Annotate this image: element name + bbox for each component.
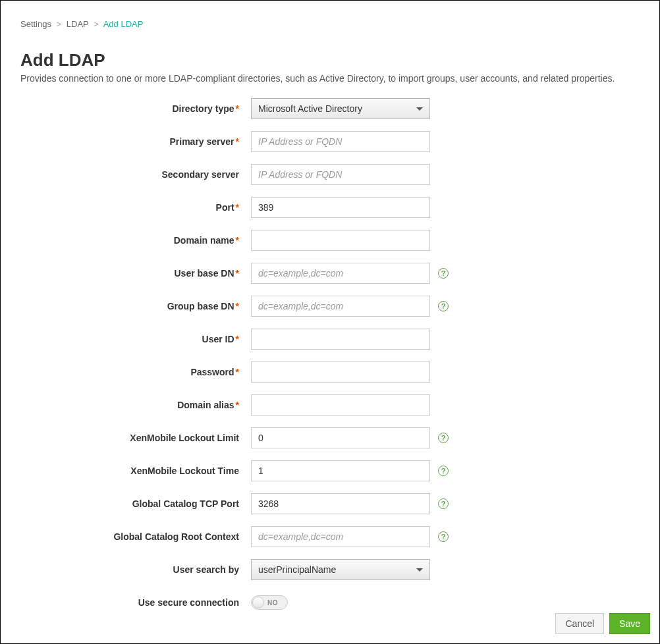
breadcrumb-add-ldap: Add LDAP bbox=[103, 19, 144, 29]
row-port: Port* bbox=[20, 197, 640, 218]
add-ldap-window: Settings > LDAP > Add LDAP Add LDAP Prov… bbox=[0, 0, 660, 644]
ldap-form: Directory type* Microsoft Active Directo… bbox=[20, 98, 640, 613]
save-button[interactable]: Save bbox=[609, 613, 650, 634]
secondary-server-input[interactable] bbox=[251, 164, 430, 185]
help-icon[interactable]: ? bbox=[438, 498, 449, 509]
label-directory-type: Directory type* bbox=[20, 103, 251, 114]
label-port: Port* bbox=[20, 202, 251, 213]
row-directory-type: Directory type* Microsoft Active Directo… bbox=[20, 98, 640, 119]
row-lockout-time: XenMobile Lockout Time ? bbox=[20, 460, 640, 481]
row-secondary-server: Secondary server bbox=[20, 164, 640, 185]
lockout-limit-input[interactable] bbox=[251, 427, 430, 448]
help-icon[interactable]: ? bbox=[438, 433, 449, 443]
row-lockout-limit: XenMobile Lockout Limit ? bbox=[20, 427, 640, 448]
label-user-search-by: User search by bbox=[20, 564, 251, 575]
user-id-input[interactable] bbox=[251, 329, 430, 350]
domain-name-input[interactable] bbox=[251, 230, 430, 251]
breadcrumb: Settings > LDAP > Add LDAP bbox=[20, 19, 640, 29]
page-title: Add LDAP bbox=[20, 50, 640, 70]
primary-server-input[interactable] bbox=[251, 131, 430, 152]
password-input[interactable] bbox=[251, 362, 430, 383]
user-base-dn-input[interactable] bbox=[251, 263, 430, 284]
domain-alias-input[interactable] bbox=[251, 394, 430, 416]
label-primary-server: Primary server* bbox=[20, 136, 251, 147]
row-user-id: User ID* bbox=[20, 329, 640, 350]
label-domain-alias: Domain alias* bbox=[20, 400, 251, 410]
label-domain-name: Domain name* bbox=[20, 235, 251, 246]
help-icon[interactable]: ? bbox=[438, 301, 449, 311]
row-domain-name: Domain name* bbox=[20, 230, 640, 251]
breadcrumb-sep: > bbox=[57, 19, 62, 29]
row-password: Password* bbox=[20, 362, 640, 383]
row-domain-alias: Domain alias* bbox=[20, 394, 640, 416]
directory-type-select[interactable]: Microsoft Active Directory bbox=[251, 98, 430, 119]
label-user-id: User ID* bbox=[20, 334, 251, 344]
help-icon[interactable]: ? bbox=[438, 466, 449, 476]
label-lockout-limit: XenMobile Lockout Limit bbox=[20, 433, 251, 443]
directory-type-value: Microsoft Active Directory bbox=[258, 103, 362, 114]
gc-root-context-input[interactable] bbox=[251, 526, 430, 547]
breadcrumb-sep: > bbox=[94, 19, 99, 29]
port-input[interactable] bbox=[251, 197, 430, 218]
row-primary-server: Primary server* bbox=[20, 131, 640, 152]
label-use-secure-connection: Use secure connection bbox=[20, 597, 251, 608]
button-bar: Cancel Save bbox=[555, 613, 650, 634]
row-use-secure-connection: Use secure connection NO bbox=[20, 592, 640, 613]
row-user-base-dn: User base DN* ? bbox=[20, 263, 640, 284]
user-search-by-select[interactable]: userPrincipalName bbox=[251, 559, 430, 580]
label-group-base-dn: Group base DN* bbox=[20, 301, 251, 311]
chevron-down-icon bbox=[416, 568, 423, 572]
toggle-knob-icon bbox=[252, 597, 264, 608]
label-lockout-time: XenMobile Lockout Time bbox=[20, 466, 251, 476]
label-gc-root-context: Global Catalog Root Context bbox=[20, 531, 251, 542]
page-subtitle: Provides connection to one or more LDAP-… bbox=[20, 73, 640, 84]
breadcrumb-settings[interactable]: Settings bbox=[20, 19, 51, 29]
label-user-base-dn: User base DN* bbox=[20, 268, 251, 279]
toggle-state-label: NO bbox=[267, 599, 278, 606]
use-secure-connection-toggle[interactable]: NO bbox=[251, 595, 288, 610]
group-base-dn-input[interactable] bbox=[251, 296, 430, 317]
label-password: Password* bbox=[20, 367, 251, 377]
help-icon[interactable]: ? bbox=[438, 531, 449, 542]
gc-tcp-port-input[interactable] bbox=[251, 493, 430, 514]
lockout-time-input[interactable] bbox=[251, 460, 430, 481]
cancel-button[interactable]: Cancel bbox=[555, 613, 604, 634]
user-search-by-value: userPrincipalName bbox=[258, 564, 336, 575]
row-user-search-by: User search by userPrincipalName bbox=[20, 559, 640, 580]
row-group-base-dn: Group base DN* ? bbox=[20, 296, 640, 317]
chevron-down-icon bbox=[416, 107, 423, 111]
label-gc-tcp-port: Global Catalog TCP Port bbox=[20, 498, 251, 509]
help-icon[interactable]: ? bbox=[438, 268, 449, 279]
breadcrumb-ldap[interactable]: LDAP bbox=[67, 19, 89, 29]
row-gc-tcp-port: Global Catalog TCP Port ? bbox=[20, 493, 640, 514]
label-secondary-server: Secondary server bbox=[20, 169, 251, 180]
row-gc-root-context: Global Catalog Root Context ? bbox=[20, 526, 640, 547]
